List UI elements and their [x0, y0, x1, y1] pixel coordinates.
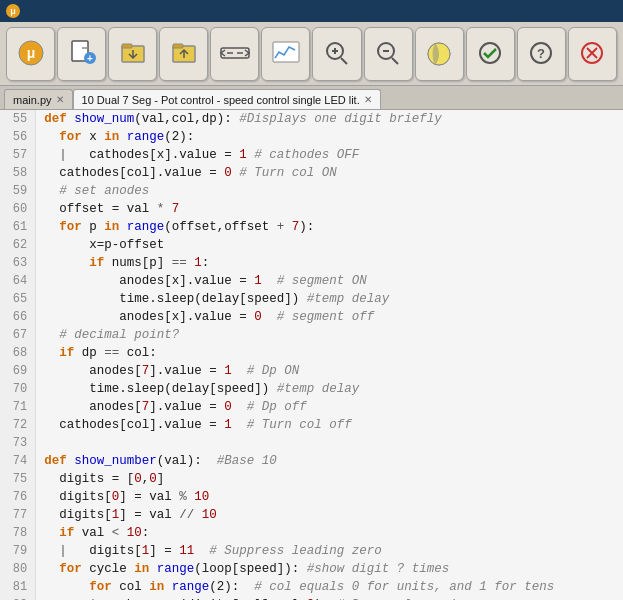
line-code: digits[0] = val % 10 — [36, 488, 623, 506]
line-code: def show_number(val): #Base 10 — [36, 452, 623, 470]
table-row: 80 for cycle in range(loop[speed]): #sho… — [0, 560, 623, 578]
line-number: 82 — [0, 596, 36, 600]
zoom-in-icon — [321, 39, 353, 67]
tab-main-close[interactable]: ✕ — [56, 95, 64, 105]
table-row: 60 offset = val * 7 — [0, 200, 623, 218]
save-button[interactable] — [159, 27, 208, 81]
line-code: def show_num(val,col,dp): #Displays one … — [36, 110, 623, 128]
save-icon — [168, 39, 200, 67]
line-number: 76 — [0, 488, 36, 506]
mode-icon: μ — [15, 39, 47, 67]
svg-rect-10 — [173, 44, 183, 48]
table-row: 57 | cathodes[x].value = 1 # cathodes OF… — [0, 146, 623, 164]
serial-icon — [219, 39, 251, 67]
line-code: # decimal point? — [36, 326, 623, 344]
line-number: 60 — [0, 200, 36, 218]
line-code: # set anodes — [36, 182, 623, 200]
title-bar: μ — [0, 0, 623, 22]
line-code: time.sleep(delay[speed]) #temp delay — [36, 380, 623, 398]
line-code: for p in range(offset,offset + 7): — [36, 218, 623, 236]
table-row: 61 for p in range(offset,offset + 7): — [0, 218, 623, 236]
line-code: anodes[7].value = 0 # Dp off — [36, 398, 623, 416]
table-row: 79 | digits[1] = 11 # Suppress leading z… — [0, 542, 623, 560]
line-code: for x in range(2): — [36, 128, 623, 146]
load-icon — [117, 39, 149, 67]
quit-button[interactable] — [568, 27, 617, 81]
line-code: | digits[1] = 11 # Suppress leading zero — [36, 542, 623, 560]
line-code: digits[1] = val // 10 — [36, 506, 623, 524]
table-row: 70 time.sleep(delay[speed]) #temp delay — [0, 380, 623, 398]
quit-icon — [576, 39, 608, 67]
line-number: 81 — [0, 578, 36, 596]
line-code: cathodes[col].value = 1 # Turn col off — [36, 416, 623, 434]
table-row: 75 digits = [0,0] — [0, 470, 623, 488]
line-number: 62 — [0, 236, 36, 254]
line-number: 80 — [0, 560, 36, 578]
table-row: 81 for col in range(2): # col equals 0 f… — [0, 578, 623, 596]
table-row: 76 digits[0] = val % 10 — [0, 488, 623, 506]
serial-button[interactable] — [210, 27, 259, 81]
line-code: x=p-offset — [36, 236, 623, 254]
line-code: if val < 10: — [36, 524, 623, 542]
plotter-button[interactable] — [261, 27, 310, 81]
svg-text:+: + — [87, 53, 93, 64]
line-number: 73 — [0, 434, 36, 452]
check-button[interactable] — [466, 27, 515, 81]
help-icon: ? — [525, 39, 557, 67]
zoom-in-button[interactable] — [312, 27, 361, 81]
line-code: for cycle in range(loop[speed]): #show d… — [36, 560, 623, 578]
line-number: 78 — [0, 524, 36, 542]
line-code: anodes[x].value = 1 # segment ON — [36, 272, 623, 290]
line-code: anodes[x].value = 0 # segment off — [36, 308, 623, 326]
code-table: 55def show_num(val,col,dp): #Displays on… — [0, 110, 623, 600]
line-number: 59 — [0, 182, 36, 200]
line-number: 56 — [0, 128, 36, 146]
line-number: 67 — [0, 326, 36, 344]
line-code: if nums[p] == 1: — [36, 254, 623, 272]
line-number: 55 — [0, 110, 36, 128]
table-row: 64 anodes[x].value = 1 # segment ON — [0, 272, 623, 290]
line-code: if dp == col: — [36, 344, 623, 362]
svg-line-17 — [341, 58, 347, 64]
table-row: 73 — [0, 434, 623, 452]
app-icon: μ — [6, 4, 20, 18]
svg-point-23 — [480, 43, 500, 63]
code-editor[interactable]: 55def show_num(val,col,dp): #Displays on… — [0, 110, 623, 600]
line-number: 70 — [0, 380, 36, 398]
line-code: offset = val * 7 — [36, 200, 623, 218]
svg-line-21 — [392, 58, 398, 64]
zoom-out-button[interactable] — [364, 27, 413, 81]
line-number: 79 — [0, 542, 36, 560]
tab-main[interactable]: main.py ✕ — [4, 89, 73, 109]
table-row: 67 # decimal point? — [0, 326, 623, 344]
zoom-out-icon — [372, 39, 404, 67]
load-button[interactable] — [108, 27, 157, 81]
line-code: time.sleep(delay[speed]) #temp delay — [36, 290, 623, 308]
line-code: | cathodes[x].value = 1 # cathodes OFF — [36, 146, 623, 164]
table-row: 56 for x in range(2): — [0, 128, 623, 146]
check-icon — [474, 39, 506, 67]
line-number: 75 — [0, 470, 36, 488]
theme-icon — [423, 39, 455, 67]
theme-button[interactable] — [415, 27, 464, 81]
table-row: 65 time.sleep(delay[speed]) #temp delay — [0, 290, 623, 308]
table-row: 69 anodes[7].value = 1 # Dp ON — [0, 362, 623, 380]
new-button[interactable]: + — [57, 27, 106, 81]
line-number: 66 — [0, 308, 36, 326]
svg-rect-7 — [122, 44, 132, 48]
line-number: 74 — [0, 452, 36, 470]
tab-dual7seg[interactable]: 10 Dual 7 Seg - Pot control - speed cont… — [73, 89, 381, 109]
mode-button[interactable]: μ — [6, 27, 55, 81]
table-row: 66 anodes[x].value = 0 # segment off — [0, 308, 623, 326]
table-row: 59 # set anodes — [0, 182, 623, 200]
table-row: 55def show_num(val,col,dp): #Displays on… — [0, 110, 623, 128]
line-code: digits = [0,0] — [36, 470, 623, 488]
table-row: 77 digits[1] = val // 10 — [0, 506, 623, 524]
tab-dual7seg-label: 10 Dual 7 Seg - Pot control - speed cont… — [82, 94, 360, 106]
line-number: 64 — [0, 272, 36, 290]
line-code: cathodes[col].value = 0 # Turn col ON — [36, 164, 623, 182]
tab-dual7seg-close[interactable]: ✕ — [364, 95, 372, 105]
help-button[interactable]: ? — [517, 27, 566, 81]
line-number: 58 — [0, 164, 36, 182]
line-code: anodes[7].value = 1 # Dp ON — [36, 362, 623, 380]
